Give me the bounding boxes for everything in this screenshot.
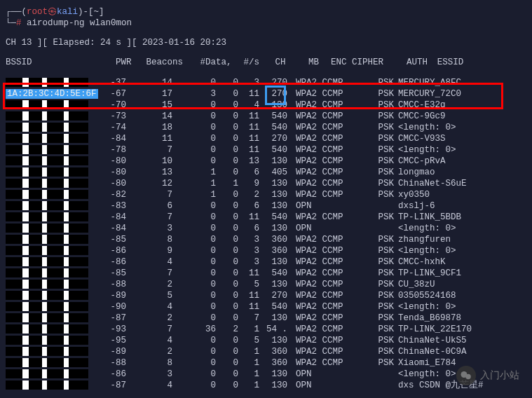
pwr-cell: -86	[97, 256, 126, 268]
bssid-cell	[6, 335, 97, 346]
network-row: -869003360WPA2 CCMPPSK<length: 0>	[6, 245, 526, 256]
essid-cell: longmao	[394, 167, 510, 178]
data-cell: 0	[172, 357, 216, 369]
bssid-cell	[6, 346, 97, 357]
auth-cell: PSK	[362, 346, 394, 357]
s-cell: 0	[216, 122, 238, 133]
ch-cell: 6	[238, 167, 259, 178]
beacons-cell: 11	[126, 133, 172, 144]
bssid-cell	[6, 369, 97, 380]
data-cell: 0	[172, 234, 216, 245]
network-row: -84110011270WPA2 CCMPPSKCMCC-V93S	[6, 133, 526, 144]
bssid-cell	[6, 156, 97, 167]
pwr-cell: -80	[97, 178, 126, 189]
mb-cell: 130	[259, 156, 287, 167]
essid-cell: ChinaNet-0C9A	[394, 346, 510, 357]
mb-cell: 130	[259, 256, 287, 268]
bssid-cell	[6, 144, 97, 156]
bssid-cell	[6, 212, 97, 223]
s-cell: 0	[216, 111, 238, 122]
mb-cell: 360	[259, 234, 287, 245]
enc-cell: WPA2 CCMP	[287, 133, 362, 144]
ch-cell: 11	[238, 111, 259, 122]
airodump-status: CH 13 ][ Elapsed: 24 s ][ 2023-01-16 20:…	[6, 38, 526, 48]
essid-cell: CMCC-E32q	[394, 100, 510, 111]
beacons-cell: 8	[126, 234, 172, 245]
s-cell: 1	[216, 178, 238, 189]
essid-cell: TP-LINK_22E170	[394, 324, 510, 335]
s-cell: 0	[216, 212, 238, 223]
data-cell: 0	[172, 212, 216, 223]
s-cell: 0	[216, 369, 238, 380]
beacons-cell: 7	[126, 212, 172, 223]
enc-cell: WPA2 CCMP	[287, 324, 362, 335]
enc-cell: WPA2 CCMP	[287, 301, 362, 313]
mb-cell: 270	[259, 77, 287, 88]
network-row: -858003360WPA2 CCMPPSKzhangfuren	[6, 234, 526, 245]
network-row: -872007130WPA2 CCMPPSKTenda_B69878	[6, 313, 526, 324]
network-row: -836006130OPNdxslj-6	[6, 200, 526, 212]
beacons-cell: 14	[126, 111, 172, 122]
auth-cell: PSK	[362, 100, 394, 111]
network-row: -843006130OPN<length: 0>	[6, 223, 526, 234]
network-row: -80100013130WPA2 CCMPPSKCMCC-pRvA	[6, 156, 526, 167]
mb-cell: 540	[259, 122, 287, 133]
network-table: -3714003270WPA2 CCMPPSKMERCURY_A8FC1A:2B…	[6, 77, 526, 391]
ch-cell: 6	[238, 223, 259, 234]
ch-cell: 7	[238, 313, 259, 324]
ch-cell: 6	[238, 200, 259, 212]
mb-cell: 130	[259, 223, 287, 234]
pwr-cell: -90	[97, 301, 126, 313]
essid-cell: MERCURY_A8FC	[394, 77, 510, 88]
auth-cell: PSK	[362, 279, 394, 290]
shell-prompt-line2[interactable]: └─# airodump-ng wlan0mon	[6, 18, 526, 28]
mb-cell: 540	[259, 268, 287, 279]
enc-cell: WPA2 CCMP	[287, 245, 362, 256]
bssid-cell	[6, 122, 97, 133]
essid-cell: ChinaNet-S6uE	[394, 178, 510, 189]
mb-cell: 54 .	[259, 324, 287, 335]
s-cell: 0	[216, 189, 238, 200]
bssid-cell	[6, 290, 97, 301]
bssid-cell	[6, 301, 97, 313]
beacons-cell: 3	[126, 369, 172, 380]
data-cell: 0	[172, 156, 216, 167]
pwr-cell: -73	[97, 111, 126, 122]
ch-cell: 11	[238, 268, 259, 279]
watermark: 入门小站	[456, 366, 519, 385]
bssid-cell	[6, 200, 97, 212]
data-cell: 0	[172, 133, 216, 144]
enc-cell: WPA2 CCMP	[287, 189, 362, 200]
pwr-cell: -88	[97, 279, 126, 290]
mb-cell: 130	[259, 100, 287, 111]
ch-cell: 5	[238, 279, 259, 290]
beacons-cell: 7	[126, 268, 172, 279]
pwr-cell: -84	[97, 223, 126, 234]
essid-cell: MERCURY_72C0	[394, 88, 510, 100]
bssid-cell	[6, 133, 97, 144]
network-row: -7870011540WPA2 CCMPPSK<length: 0>	[6, 144, 526, 156]
auth-cell: PSK	[362, 324, 394, 335]
mb-cell: 360	[259, 245, 287, 256]
mb-cell: 540	[259, 144, 287, 156]
essid-cell: CMCC-V93S	[394, 133, 510, 144]
pwr-cell: -74	[97, 122, 126, 133]
beacons-cell: 8	[126, 357, 172, 369]
beacons-cell: 17	[126, 88, 172, 100]
network-row: -888001360WPA2 CCMPPSKXiaomi_E784	[6, 357, 526, 369]
data-cell: 0	[172, 313, 216, 324]
s-cell: 0	[216, 290, 238, 301]
network-row: -9040011540WPA2 CCMPPSK<length: 0>	[6, 301, 526, 313]
bssid-cell	[6, 313, 97, 324]
s-cell: 0	[216, 335, 238, 346]
essid-cell: xy0350	[394, 189, 510, 200]
bssid-cell	[6, 357, 97, 369]
essid-cell: CMCC-hxhK	[394, 256, 510, 268]
bssid-cell	[6, 324, 97, 335]
s-cell: 0	[216, 380, 238, 391]
beacons-cell: 2	[126, 346, 172, 357]
beacons-cell: 7	[126, 189, 172, 200]
enc-cell: WPA2 CCMP	[287, 144, 362, 156]
data-cell: 0	[172, 200, 216, 212]
bssid-cell	[6, 77, 97, 88]
